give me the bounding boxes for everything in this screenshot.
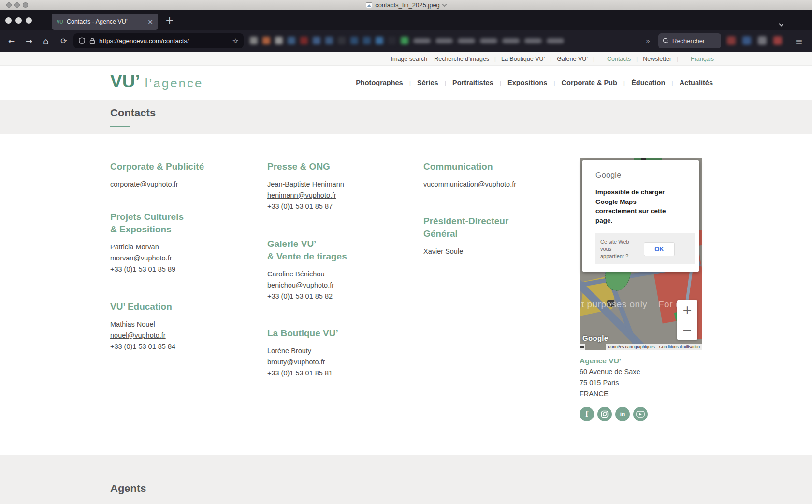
google-map-embed[interactable]: Av. t purposes only For deve + − Google … [580, 158, 702, 350]
section-heading: Communication [423, 160, 578, 173]
google-logo: Google [595, 171, 699, 180]
logo-text: l’agence [145, 76, 203, 91]
lock-icon[interactable] [89, 37, 95, 44]
browser-zoom-button[interactable] [26, 17, 32, 24]
browser-window: contacts_fin_2025.jpeg VU Contacts - Age… [0, 0, 812, 504]
section-heading: Galerie VU’ & Vente de tirages [267, 238, 412, 263]
site-logo[interactable]: VU’ l’agence [110, 72, 203, 92]
magnifier-icon [663, 38, 669, 44]
zoom-out-button[interactable]: − [677, 320, 697, 340]
section-heading: VU’ Education [110, 301, 255, 313]
section-heading: La Boutique VU’ [267, 327, 412, 340]
contact-phone: +33 (0)1 53 01 85 89 [110, 264, 255, 275]
home-button[interactable]: ⌂ [39, 30, 53, 52]
utility-link-image-search[interactable]: Image search – Recherche d’images [386, 56, 495, 62]
hamburger-menu-icon[interactable]: ≡ [795, 30, 803, 52]
contact-name: Lorène Brouty [267, 346, 412, 357]
email-link[interactable]: corporate@vuphoto.fr [110, 179, 255, 190]
url-input[interactable]: https://agencevu.com/contacts/ [99, 37, 229, 44]
search-input[interactable]: Rechercher [672, 37, 705, 44]
nav-photographes[interactable]: Photographes [349, 79, 409, 86]
nav-expositions[interactable]: Expositions [501, 79, 553, 86]
contact-section-pdg: Président-Directeur Général Xavier Soule [423, 215, 578, 257]
contact-section-projets-culturels: Projets Culturels & Expositions Patricia… [110, 211, 255, 275]
email-link[interactable]: brouty@vuphoto.fr [267, 357, 412, 368]
forward-button[interactable]: → [22, 30, 36, 52]
window-titlebar: contacts_fin_2025.jpeg [0, 0, 812, 10]
bookmarks-bar[interactable] [250, 36, 564, 45]
contact-section-vu-education: VU’ Education Mathias Nouel nouel@vuphot… [110, 301, 255, 352]
email-link[interactable]: nouel@vuphoto.fr [110, 330, 255, 341]
browser-toolbar: ← → ⌂ ⟳ https://agencevu.com/contacts/ ☆… [0, 30, 812, 52]
contact-phone: +33 (0)1 53 01 85 81 [267, 368, 412, 379]
facebook-icon[interactable]: f [580, 407, 594, 421]
nav-actualites[interactable]: Actualités [673, 79, 719, 86]
contact-name: Xavier Soule [423, 246, 578, 257]
browser-tab-bar: VU Contacts - Agence VU’ × + [0, 10, 812, 30]
titlebar-chevron-down-icon[interactable] [442, 2, 447, 7]
section-heading: Presse & ONG [267, 160, 412, 173]
ok-button[interactable]: OK [644, 242, 675, 256]
email-link[interactable]: morvan@vuphoto.fr [110, 253, 255, 264]
youtube-icon[interactable] [633, 407, 648, 421]
nav-corporate[interactable]: Corporate & Pub [555, 79, 624, 86]
owner-question: Ce site Web vous appartient ? [595, 238, 634, 260]
browser-minimize-button[interactable] [15, 17, 22, 24]
main-nav: Photographes | Séries | Portraitistes | … [349, 66, 719, 100]
back-button[interactable]: ← [4, 30, 19, 52]
section-heading: Projets Culturels & Expositions [110, 211, 255, 236]
title-underline [110, 126, 130, 127]
agency-address: Agence VU’ 60 Avenue de Saxe 75 015 Pari… [580, 355, 640, 400]
map-attribution: Données cartographiques Conditions d'uti… [606, 344, 702, 350]
browser-close-button[interactable] [5, 17, 12, 24]
address-line: 60 Avenue de Saxe [580, 366, 640, 377]
tab-overflow-chevron-icon[interactable] [780, 19, 783, 28]
linkedin-icon[interactable]: in [615, 407, 630, 421]
utility-link-newsletter[interactable]: Newsletter [638, 56, 677, 62]
page-title-band: Contacts [0, 100, 812, 134]
contacts-content: Corporate & Publicité corporate@vuphoto.… [0, 134, 812, 455]
utility-link-galerie[interactable]: Galerie VU’ [551, 56, 593, 62]
social-links: f in [580, 407, 648, 421]
map-watermark: t purposes only [581, 299, 647, 310]
bookmark-star-icon[interactable]: ☆ [232, 37, 239, 45]
tab-close-icon[interactable]: × [147, 18, 153, 26]
nav-education[interactable]: Éducation [625, 79, 671, 86]
site-header: VU’ l’agence Photographes | Séries | Por… [0, 66, 812, 100]
browser-tab[interactable]: VU Contacts - Agence VU’ × [52, 14, 158, 30]
utility-link-language[interactable]: Français [678, 56, 719, 62]
map-data-link[interactable]: Données cartographiques [606, 344, 656, 350]
email-link[interactable]: benichou@vuphoto.fr [267, 280, 412, 291]
contact-section-corporate: Corporate & Publicité corporate@vuphoto.… [110, 160, 255, 190]
email-link[interactable]: henimann@vuphoto.fr [267, 190, 412, 201]
utility-nav: Image search – Recherche d’images | La B… [0, 52, 812, 66]
new-tab-button[interactable]: + [165, 14, 174, 26]
email-link[interactable]: vucommunication@vuphoto.fr [423, 179, 578, 190]
keyboard-shortcuts-icon[interactable] [580, 344, 585, 350]
reload-button[interactable]: ⟳ [57, 30, 71, 52]
zoom-in-button[interactable]: + [677, 300, 697, 320]
bookmarks-overflow-button[interactable]: » [646, 30, 650, 52]
google-maps-logo[interactable]: Google [582, 334, 608, 342]
url-bar[interactable]: https://agencevu.com/contacts/ ☆ [73, 33, 244, 48]
error-detail-box: Ce site Web vous appartient ? OK [595, 233, 695, 264]
tracking-shield-icon[interactable] [78, 37, 86, 45]
utility-link-contacts[interactable]: Contacts [594, 56, 636, 62]
contact-name: Caroline Bénichou [267, 269, 412, 280]
logo-mark: VU’ [110, 72, 140, 92]
contact-phone: +33 (0)1 53 01 85 84 [110, 341, 255, 352]
nav-series[interactable]: Séries [411, 79, 445, 86]
instagram-icon[interactable] [597, 407, 612, 421]
section-heading: Corporate & Publicité [110, 160, 255, 173]
address-line: FRANCE [580, 389, 640, 400]
section-heading: Président-Directeur Général [423, 215, 578, 240]
extension-icons[interactable] [727, 36, 782, 45]
terms-link[interactable]: Conditions d'utilisation [657, 344, 702, 350]
nav-portraitistes[interactable]: Portraitistes [446, 79, 500, 86]
search-bar[interactable]: Rechercher [658, 33, 721, 48]
error-message: Impossible de charger Google Maps correc… [595, 187, 680, 225]
utility-link-boutique[interactable]: La Boutique VU’ [496, 56, 550, 62]
contact-phone: +33 (0)1 53 01 85 82 [267, 291, 412, 302]
contact-section-communication: Communication vucommunication@vuphoto.fr [423, 160, 578, 190]
contact-name: Mathias Nouel [110, 319, 255, 330]
